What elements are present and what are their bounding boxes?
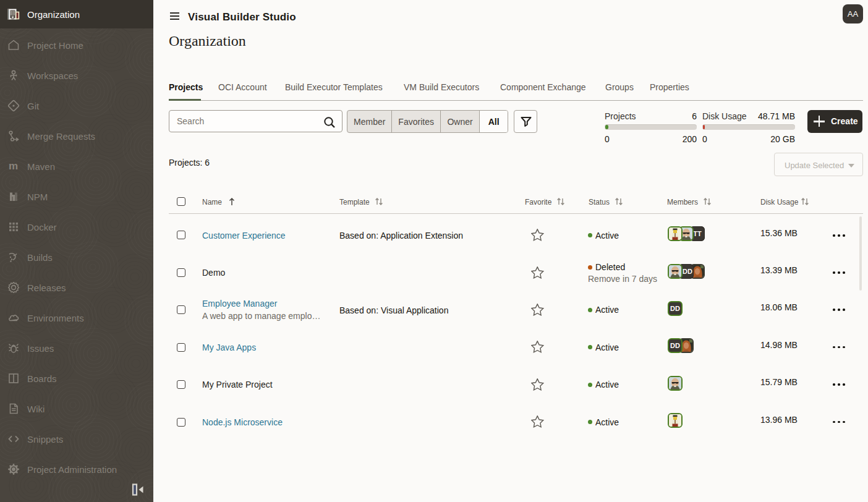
svg-text:m: m: [9, 160, 18, 172]
